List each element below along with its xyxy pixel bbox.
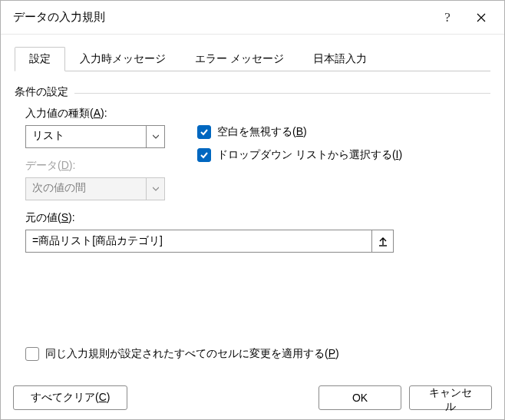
source-label: 元の値(S):	[25, 211, 487, 225]
ok-button[interactable]: OK	[319, 385, 401, 410]
tab-input-message[interactable]: 入力時メッセージ	[65, 47, 180, 71]
in-cell-dropdown-checkbox[interactable]: ドロップダウン リストから選択する(I)	[197, 148, 402, 162]
checkbox-box	[25, 347, 39, 361]
allow-combo[interactable]: リスト	[25, 125, 165, 148]
cancel-button[interactable]: キャンセル	[409, 385, 492, 410]
in-cell-dropdown-label: ドロップダウン リストから選択する(I)	[217, 148, 402, 162]
data-combo-button	[146, 178, 164, 200]
collapse-dialog-button[interactable]	[371, 230, 393, 252]
title-bar: データの入力規則 ?	[1, 1, 504, 35]
data-label: データ(D):	[25, 159, 179, 173]
tab-strip: 設定 入力時メッセージ エラー メッセージ 日本語入力	[15, 47, 490, 71]
ignore-blank-label: 空白を無視する(B)	[217, 125, 307, 139]
chevron-down-icon	[153, 134, 159, 140]
source-input-wrap	[25, 230, 394, 253]
check-icon	[200, 127, 209, 137]
ignore-blank-checkbox[interactable]: 空白を無視する(B)	[197, 125, 402, 139]
tab-settings[interactable]: 設定	[15, 47, 65, 71]
button-bar: すべてクリア(C) OK キャンセル	[1, 376, 504, 419]
checkbox-box	[197, 125, 211, 139]
clear-all-button[interactable]: すべてクリア(C)	[13, 385, 127, 410]
checkbox-box	[197, 148, 211, 162]
check-icon	[200, 150, 209, 160]
allow-label: 入力値の種類(A):	[25, 107, 179, 121]
data-combo-value: 次の値の間	[26, 178, 146, 200]
allow-combo-button[interactable]	[146, 126, 164, 147]
apply-all-label: 同じ入力規則が設定されたすべてのセルに変更を適用する(P)	[45, 347, 339, 361]
tab-error-alert[interactable]: エラー メッセージ	[180, 47, 299, 71]
help-button[interactable]: ?	[431, 1, 464, 35]
close-button[interactable]	[464, 1, 498, 35]
allow-combo-value: リスト	[26, 126, 146, 147]
range-select-icon	[378, 236, 388, 246]
groupbox-line	[74, 93, 490, 94]
data-combo: 次の値の間	[25, 177, 165, 200]
apply-all-checkbox[interactable]: 同じ入力規則が設定されたすべてのセルに変更を適用する(P)	[25, 347, 339, 361]
content-area: 設定 入力時メッセージ エラー メッセージ 日本語入力 条件の設定 入力値の種類…	[1, 35, 504, 253]
tab-ime[interactable]: 日本語入力	[299, 47, 381, 71]
chevron-down-icon	[153, 186, 159, 192]
criteria-legend: 条件の設定	[15, 85, 68, 99]
criteria-group: 条件の設定 入力値の種類(A): リスト データ(D):	[15, 85, 490, 253]
source-input[interactable]	[26, 230, 371, 252]
close-icon	[477, 13, 486, 22]
dialog-title: データの入力規則	[13, 10, 431, 25]
